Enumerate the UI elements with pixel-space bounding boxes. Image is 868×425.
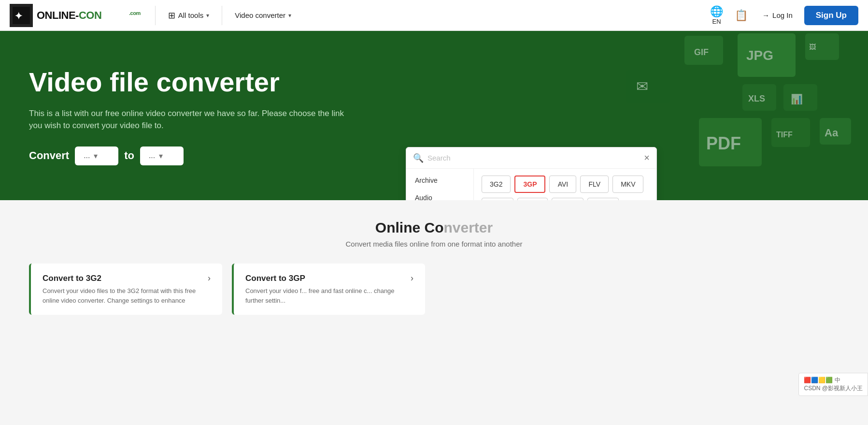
- svg-rect-10: [783, 84, 817, 111]
- all-tools-chevron-icon: ▾: [206, 12, 209, 19]
- format-dropdown-panel: 🔍 × Archive Audio Cad Device Document Eb…: [406, 147, 657, 200]
- svg-text:📊: 📊: [791, 93, 803, 105]
- format-ogv[interactable]: OGV: [587, 198, 619, 200]
- dropdown-formats: 3G2 3GP AVI FLV MKV MOV MP4 MPG OGV WEBM…: [474, 169, 656, 200]
- logo-icon: ✦: [10, 4, 33, 27]
- dropdown-close-button[interactable]: ×: [644, 152, 650, 163]
- svg-rect-18: [626, 70, 670, 103]
- svg-rect-16: [820, 118, 851, 145]
- hero-section: GIF JPG 🖼 XLS 📊 PDF TIFF Aa ✉: [0, 31, 868, 200]
- format-flv[interactable]: FLV: [580, 176, 609, 193]
- convert-from-button[interactable]: ... ▾: [75, 147, 118, 165]
- hero-title: Video file converter: [29, 66, 367, 98]
- login-label: Log In: [772, 11, 793, 19]
- globe-icon: 🌐: [710, 5, 723, 18]
- convert-to-placeholder: ...: [149, 151, 155, 160]
- navbar: ✦ ONLINE-CONVERT.com ⊞ All tools ▾ Video…: [0, 0, 868, 31]
- logo-text: ONLINE-CONVERT.com: [37, 9, 141, 22]
- card-3gp-title-row: Convert to 3GP ›: [245, 273, 413, 283]
- svg-text:🖼: 🖼: [809, 43, 816, 51]
- format-mp4[interactable]: MP4: [517, 198, 548, 200]
- csdn-line2: CSDN @影视新人小王: [804, 384, 863, 393]
- language-button[interactable]: 🌐 EN: [705, 3, 728, 27]
- card-3gp-desc: Convert your video f... free and fast on…: [245, 286, 413, 305]
- search-icon: 🔍: [413, 153, 424, 163]
- convert-to-button[interactable]: ... ▾: [140, 147, 184, 165]
- clipboard-icon: 📋: [735, 9, 748, 22]
- format-avi[interactable]: AVI: [549, 176, 576, 193]
- convert-label: Convert: [29, 149, 69, 162]
- svg-text:TIFF: TIFF: [776, 131, 793, 139]
- format-mkv[interactable]: MKV: [612, 176, 643, 193]
- svg-text:GIF: GIF: [694, 47, 709, 57]
- video-converter-chevron-icon: ▾: [288, 12, 291, 19]
- hero-description: This is a list with our free online vide…: [29, 107, 357, 132]
- card-3g2-title-row: Convert to 3G2 ›: [43, 273, 211, 283]
- all-tools-label: All tools: [178, 11, 204, 19]
- svg-text:✦: ✦: [14, 11, 23, 21]
- card-3gp[interactable]: Convert to 3GP › Convert your video f...…: [232, 264, 425, 315]
- format-3gp[interactable]: 3GP: [514, 176, 545, 193]
- svg-rect-6: [805, 33, 839, 60]
- video-converter-button[interactable]: Video converter ▾: [227, 7, 299, 23]
- card-3g2-arrow-icon: ›: [208, 273, 211, 283]
- svg-text:✉: ✉: [636, 78, 648, 94]
- svg-text:XLS: XLS: [748, 94, 765, 103]
- format-mov[interactable]: MOV: [482, 198, 513, 200]
- signup-button[interactable]: Sign Up: [804, 6, 858, 25]
- grid-icon: ⊞: [168, 10, 175, 21]
- card-3gp-arrow-icon: ›: [411, 273, 413, 283]
- format-row-2: MOV MP4 MPG OGV: [482, 198, 649, 200]
- convert-from-chevron-icon: ▾: [94, 151, 98, 161]
- lang-label: EN: [712, 18, 721, 25]
- card-3gp-title: Convert to 3GP: [245, 274, 305, 283]
- convert-from-placeholder: ...: [84, 151, 90, 160]
- category-audio[interactable]: Audio: [406, 189, 473, 200]
- card-3g2-title: Convert to 3G2: [43, 274, 101, 283]
- card-3g2[interactable]: Convert to 3G2 › Convert your video file…: [29, 264, 222, 315]
- signup-label: Sign Up: [816, 11, 847, 20]
- convert-to-chevron-icon: ▾: [159, 151, 163, 161]
- login-arrow-icon: →: [762, 11, 769, 19]
- svg-rect-8: [742, 84, 776, 111]
- nav-divider-2: [222, 6, 222, 25]
- search-input[interactable]: [427, 154, 640, 162]
- svg-text:JPG: JPG: [746, 48, 773, 63]
- dropdown-categories: Archive Audio Cad Device Document Ebook …: [406, 169, 474, 200]
- video-converter-label: Video converter: [235, 11, 285, 19]
- format-3g2[interactable]: 3G2: [482, 176, 511, 193]
- dropdown-search-row: 🔍 ×: [406, 147, 656, 169]
- history-button[interactable]: 📋: [728, 7, 754, 24]
- svg-text:Aa: Aa: [825, 127, 839, 139]
- format-mpg[interactable]: MPG: [552, 198, 583, 200]
- all-tools-button[interactable]: ⊞ All tools ▾: [160, 6, 217, 25]
- format-row-1: 3G2 3GP AVI FLV MKV: [482, 176, 649, 193]
- login-button[interactable]: → Log In: [754, 7, 800, 23]
- dropdown-body: Archive Audio Cad Device Document Ebook …: [406, 169, 656, 200]
- category-archive[interactable]: Archive: [406, 172, 473, 189]
- section-subtitle: Convert media files online from one form…: [29, 240, 839, 248]
- main-content: Online Converter Convert media files onl…: [0, 200, 868, 334]
- svg-rect-2: [684, 36, 723, 65]
- csdn-badge: 🟥🟦🟨🟩 中 CSDN @影视新人小王: [798, 373, 868, 396]
- csdn-line1: 🟥🟦🟨🟩 中: [804, 376, 863, 384]
- section-title: Online Converter: [29, 220, 839, 236]
- logo-area: ✦ ONLINE-CONVERT.com: [10, 4, 141, 27]
- convert-to-label: to: [124, 149, 134, 162]
- card-3g2-desc: Convert your video files to the 3G2 form…: [43, 286, 211, 305]
- cards-row: Convert to 3G2 › Convert your video file…: [29, 264, 839, 315]
- svg-rect-14: [771, 118, 810, 147]
- nav-divider: [155, 6, 156, 25]
- svg-rect-4: [738, 33, 796, 77]
